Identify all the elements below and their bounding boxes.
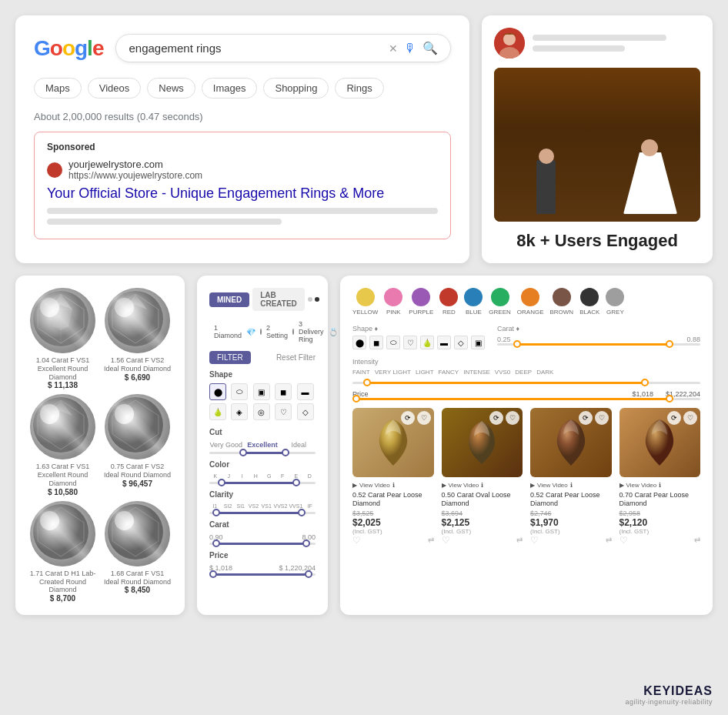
product-price-3: $1,970 (530, 517, 612, 528)
diamond-label: 1.56 Carat F VS2 Ideal Round Diamond (102, 356, 172, 373)
play-icon: ▶ (352, 482, 357, 489)
color-grey[interactable]: GREY (606, 288, 624, 316)
clarity-range-thumb-left[interactable] (212, 509, 220, 516)
price-min-shop: $1,018 (632, 390, 653, 398)
view-video-link-2[interactable]: ▶ View Video ℹ (442, 482, 523, 489)
price-range-thumb-right[interactable] (305, 570, 312, 578)
search-bar[interactable]: engagement rings ✕ 🎙 🔍 (115, 34, 451, 62)
svg-marker-5 (49, 294, 72, 309)
reset-link[interactable]: Reset Filter (276, 353, 316, 362)
color-red[interactable]: RED (439, 288, 458, 316)
cut-range-thumb-right[interactable] (282, 449, 289, 456)
color-blue[interactable]: BLUE (464, 288, 483, 316)
shape-princess[interactable]: ◼ (275, 383, 292, 400)
filter-tabs: MINED LAB CREATED (209, 288, 316, 311)
filter-shopping[interactable]: Shopping (263, 78, 329, 99)
shape-oval[interactable]: ⬭ (231, 383, 248, 400)
color-I: I (236, 473, 249, 479)
tab-mined[interactable]: MINED (209, 292, 249, 307)
shape-icon-diamond[interactable]: ◇ (454, 336, 468, 349)
price-shop-thumb-left[interactable] (352, 395, 360, 403)
intensity-intense: INTENSE (463, 369, 490, 376)
intensity-thumb-left[interactable] (363, 379, 371, 386)
shape-icon-rect[interactable]: ▬ (437, 336, 451, 349)
color-label-green: GREEN (489, 309, 510, 316)
heart-icon-4[interactable]: ♡ (619, 535, 628, 546)
color-range-thumb-right[interactable] (292, 479, 300, 486)
tab-lab-created[interactable]: LAB CREATED (252, 288, 305, 311)
heart-icon-3[interactable]: ♡ (530, 535, 539, 546)
color-label-orange: ORANGE (517, 309, 544, 316)
search-submit-icon[interactable]: 🔍 (422, 41, 438, 55)
shape-icon-round[interactable]: ⬤ (352, 336, 366, 349)
heart-icon-1[interactable]: ♡ (352, 535, 361, 546)
list-item[interactable]: 0.75 Carat F VS2 Ideal Round Diamond $ 9… (102, 394, 172, 496)
carat-range-thumb-left[interactable] (212, 540, 220, 547)
carat-shop-thumb-left[interactable] (513, 340, 521, 348)
color-black[interactable]: BLACK (579, 288, 599, 316)
shape-cushion[interactable]: ▣ (253, 383, 270, 400)
compare-icon-1[interactable]: ⇄ (428, 536, 434, 544)
shape-icon-cushion[interactable]: ▣ (471, 336, 485, 349)
color-dot-brown (553, 288, 571, 306)
view-video-link-4[interactable]: ▶ View Video ℹ (619, 482, 701, 489)
list-item[interactable]: 1.04 Carat F VS1 Excellent Round Diamond… (28, 288, 98, 389)
color-dot-pink (384, 288, 402, 306)
carat-range-thumb-right[interactable] (302, 540, 310, 547)
clear-search-icon[interactable]: ✕ (389, 42, 398, 55)
cut-range-thumb-left[interactable] (239, 449, 247, 456)
shape-icon-oval[interactable]: ⬭ (386, 336, 400, 349)
clarity-range-thumb-right[interactable] (298, 509, 306, 516)
list-item[interactable]: 1.56 Carat F VS2 Ideal Round Diamond $ 6… (102, 288, 172, 389)
mic-icon[interactable]: 🎙 (404, 42, 416, 55)
shape-marquise[interactable]: ◇ (297, 403, 314, 420)
view-video-link-1[interactable]: ▶ View Video ℹ (352, 482, 434, 489)
price-shop-thumb-right[interactable] (666, 395, 673, 403)
color-orange[interactable]: ORANGE (517, 288, 544, 316)
color-yellow[interactable]: YELLOW (352, 288, 378, 316)
filter-news[interactable]: News (147, 78, 195, 99)
price-range-row: $ 1,018 $ 1,220,204 (209, 564, 316, 572)
product-image-2: ⟳ ♡ (442, 408, 523, 477)
filter-maps[interactable]: Maps (34, 78, 82, 99)
carat-shop-thumb-right[interactable] (666, 340, 673, 348)
compare-icon-3[interactable]: ⇄ (606, 536, 612, 544)
ring-icon: 💍 (329, 328, 338, 336)
shape-asscher[interactable]: ◎ (253, 403, 270, 420)
color-F: F (277, 473, 289, 479)
filter-rings[interactable]: Rings (335, 78, 383, 99)
compare-icon-2[interactable]: ⇄ (516, 536, 523, 544)
cut-ideal: Ideal (282, 441, 316, 449)
price-range-thumb-left[interactable] (209, 570, 217, 578)
users-engaged-text: 8k + Users Engaged (516, 231, 678, 251)
color-purple[interactable]: PURPLE (409, 288, 433, 316)
filter-images[interactable]: Images (202, 78, 258, 99)
list-item[interactable]: 1.63 Carat F VS1 Excellent Round Diamond… (28, 394, 98, 496)
shape-radiant[interactable]: ◈ (231, 403, 248, 420)
filter-button[interactable]: FILTER (209, 351, 251, 364)
color-green[interactable]: GREEN (489, 288, 510, 316)
list-item[interactable]: 1.71 Carat D H1 Lab-Created Round Diamon… (28, 501, 98, 603)
list-item[interactable]: 1.68 Carat F VS1 Ideal Round Diamond $ 8… (102, 501, 172, 603)
intensity-labels: FAINT VERY LIGHT LIGHT FANCY INTENSE VVS… (352, 369, 700, 376)
color-range-thumb-left[interactable] (218, 479, 225, 486)
shape-round[interactable]: ⬤ (209, 383, 226, 400)
shape-icon-heart[interactable]: ♡ (403, 336, 417, 349)
compare-icon-4[interactable]: ⇄ (694, 536, 700, 544)
shape-pear[interactable]: 🍐 (209, 403, 226, 420)
heart-icon-2[interactable]: ♡ (442, 535, 450, 546)
view-video-link-3[interactable]: ▶ View Video ℹ (530, 482, 612, 489)
social-header (494, 28, 700, 58)
color-pink[interactable]: PINK (384, 288, 402, 316)
play-icon: ▶ (530, 482, 535, 489)
intensity-thumb-right[interactable] (641, 379, 649, 386)
filter-videos[interactable]: Videos (88, 78, 142, 99)
ad-title[interactable]: Your Official Store - Unique Engagement … (47, 185, 438, 202)
shape-heart[interactable]: ♡ (275, 403, 292, 420)
product-old-price-4: $2,958 (619, 510, 701, 517)
shape-emerald[interactable]: ▬ (297, 383, 314, 400)
shape-icon-pear[interactable]: 🍐 (420, 336, 434, 349)
color-brown[interactable]: BROWN (549, 288, 573, 316)
color-label-red: RED (442, 309, 456, 316)
shape-icon-square[interactable]: ◼ (369, 336, 383, 349)
